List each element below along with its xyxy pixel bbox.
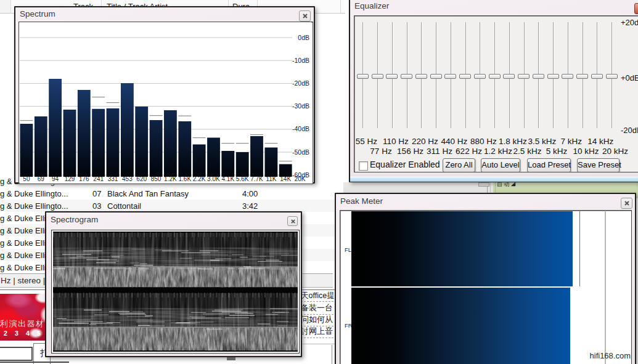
- svg-text:-10dB: -10dB: [292, 57, 309, 64]
- svg-text:69: 69: [38, 176, 45, 182]
- svg-text:50: 50: [23, 176, 30, 182]
- svg-text:0dB: 0dB: [298, 34, 309, 41]
- svg-text:11K: 11K: [266, 176, 276, 182]
- svg-text:5.6K: 5.6K: [236, 176, 249, 182]
- svg-text:1.6K: 1.6K: [179, 176, 192, 182]
- svg-text:14K: 14K: [280, 176, 291, 182]
- svg-text:3.0K: 3.0K: [207, 176, 220, 182]
- svg-text:620: 620: [136, 176, 147, 182]
- svg-text:129: 129: [65, 176, 75, 182]
- svg-text:1.2K: 1.2K: [164, 176, 177, 182]
- svg-text:7.7K: 7.7K: [250, 176, 263, 182]
- svg-text:453: 453: [122, 176, 133, 182]
- svg-text:-20dB: -20dB: [292, 79, 309, 87]
- svg-text:-40dB: -40dB: [292, 125, 309, 132]
- svg-text:331: 331: [108, 176, 118, 182]
- svg-text:850: 850: [151, 176, 162, 182]
- svg-text:241: 241: [93, 176, 104, 182]
- svg-text:-30dB: -30dB: [292, 102, 309, 110]
- svg-text:2.2K: 2.2K: [193, 176, 206, 182]
- svg-text:-50dB: -50dB: [292, 148, 309, 156]
- svg-text:176: 176: [79, 176, 89, 182]
- svg-text:94: 94: [52, 176, 59, 182]
- svg-text:4.1K: 4.1K: [222, 176, 235, 182]
- svg-text:20K: 20K: [295, 176, 306, 182]
